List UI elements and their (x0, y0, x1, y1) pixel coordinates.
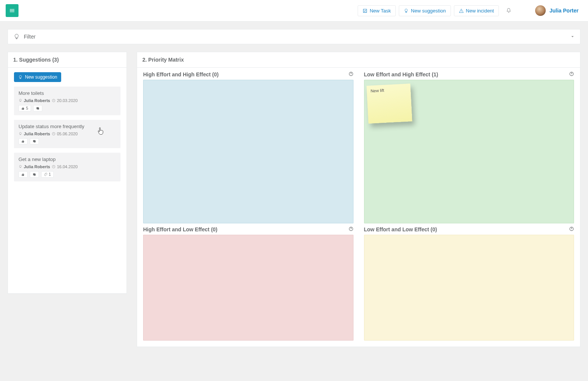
attachments-button[interactable]: 1 (41, 171, 54, 178)
suggestion-card[interactable]: Update status more frequentlyJulia Rober… (14, 120, 120, 148)
thumbs-up-icon (21, 107, 25, 110)
new-incident-label: New incident (466, 8, 494, 14)
lightbulb-icon (404, 8, 409, 13)
like-button[interactable] (19, 171, 28, 178)
top-bar: New Task New suggestion New incident Jul… (0, 0, 588, 22)
suggestion-date: 05.06.2020 (57, 132, 78, 136)
quadrant-label: Low Effort and High Effect (1) (364, 71, 438, 77)
quadrant-help-button[interactable] (349, 226, 353, 232)
quadrant-header: High Effort and High Effect (0) (143, 68, 353, 80)
thumbs-up-icon (21, 139, 25, 143)
comments-icon (32, 139, 36, 143)
quadrant-header: Low Effort and High Effect (1) (364, 68, 574, 80)
lightbulb-icon (18, 75, 23, 79)
warning-icon (459, 8, 464, 13)
suggestion-date: 16.04.2020 (57, 164, 78, 169)
lightbulb-icon (19, 132, 22, 136)
suggestion-card[interactable]: More toiletsJulia Roberts20.03.20205 (14, 87, 120, 115)
sticky-note[interactable]: New lift (366, 84, 412, 124)
svg-point-4 (571, 75, 572, 75)
comments-button[interactable] (30, 171, 39, 178)
suggestion-meta: Julia Roberts16.04.2020 (19, 164, 116, 169)
clock-icon (52, 132, 56, 136)
clock-icon (52, 165, 56, 169)
matrix-quadrant: Low Effort and Low Effect (0) (364, 223, 574, 341)
new-suggestion-primary-button[interactable]: New suggestion (14, 72, 61, 82)
new-task-button[interactable]: New Task (358, 5, 396, 16)
new-incident-button[interactable]: New incident (454, 5, 499, 16)
like-button[interactable] (19, 138, 28, 144)
comments-button[interactable] (33, 105, 42, 112)
suggestion-author: Julia Roberts (24, 132, 50, 136)
comments-icon (32, 173, 36, 177)
matrix-quadrant: High Effort and High Effect (0) (143, 68, 353, 223)
suggestion-title: Update status more frequently (19, 124, 116, 129)
suggestion-title: More toilets (19, 90, 116, 96)
svg-point-6 (571, 230, 572, 230)
lightbulb-icon (13, 33, 20, 40)
thumbs-up-icon (21, 173, 25, 177)
matrix-quadrant: Low Effort and High Effect (1)New lift (364, 68, 574, 223)
suggestions-panel: 1. Suggestions (3) New suggestion More t… (8, 52, 127, 294)
quadrant-label: High Effort and Low Effect (0) (143, 226, 218, 232)
like-count: 5 (26, 106, 28, 110)
quadrant-dropzone[interactable] (143, 80, 353, 223)
quadrant-help-button[interactable] (569, 226, 574, 232)
main-content: 1. Suggestions (3) New suggestion More t… (0, 52, 588, 355)
new-suggestion-button[interactable]: New suggestion (399, 5, 451, 16)
suggestion-author: Julia Roberts (24, 164, 50, 169)
comments-icon (36, 107, 40, 110)
avatar (535, 5, 546, 16)
lightbulb-icon (19, 99, 22, 102)
suggestion-meta: Julia Roberts05.06.2020 (19, 132, 116, 136)
quadrant-help-button[interactable] (569, 71, 574, 77)
suggestion-meta: Julia Roberts20.03.2020 (19, 98, 116, 103)
suggestion-title: Get a new laptop (19, 156, 116, 162)
clock-icon (52, 99, 56, 102)
matrix-panel: 2. Priority Matrix High Effort and High … (137, 52, 580, 347)
suggestions-header: 1. Suggestions (3) (8, 52, 127, 68)
task-check-icon (363, 8, 367, 13)
suggestion-date: 20.03.2020 (57, 98, 78, 103)
suggestion-card[interactable]: Get a new laptopJulia Roberts16.04.20201 (14, 153, 120, 181)
attachment-icon (44, 173, 48, 177)
quadrant-help-button[interactable] (349, 71, 353, 77)
attachment-count: 1 (49, 172, 51, 177)
quadrant-label: High Effort and High Effect (0) (143, 71, 219, 77)
new-task-label: New Task (370, 8, 391, 14)
user-name: Julia Porter (549, 8, 579, 14)
filter-bar[interactable]: Filter (8, 29, 580, 44)
quadrant-label: Low Effort and Low Effect (0) (364, 226, 437, 232)
new-suggestion-primary-label: New suggestion (25, 74, 57, 80)
filter-label: Filter (24, 34, 570, 40)
chevron-down-icon (570, 34, 575, 39)
notifications-button[interactable] (505, 7, 512, 14)
hamburger-icon (9, 8, 15, 14)
matrix-header: 2. Priority Matrix (137, 52, 580, 68)
user-menu[interactable]: Julia Porter (535, 5, 579, 16)
quadrant-dropzone[interactable] (364, 235, 574, 341)
quadrant-header: High Effort and Low Effect (0) (143, 223, 353, 235)
svg-point-5 (350, 230, 351, 230)
quadrant-header: Low Effort and Low Effect (0) (364, 223, 574, 235)
quadrant-dropzone[interactable]: New lift (364, 80, 574, 223)
comments-button[interactable] (30, 138, 39, 144)
lightbulb-icon (19, 165, 22, 169)
new-suggestion-label: New suggestion (411, 8, 446, 14)
svg-point-3 (350, 75, 351, 75)
quadrant-dropzone[interactable] (143, 235, 353, 341)
suggestion-author: Julia Roberts (24, 98, 50, 103)
like-button[interactable]: 5 (19, 105, 31, 112)
bell-icon (506, 8, 512, 14)
matrix-quadrant: High Effort and Low Effect (0) (143, 223, 353, 341)
menu-toggle-button[interactable] (6, 4, 19, 17)
